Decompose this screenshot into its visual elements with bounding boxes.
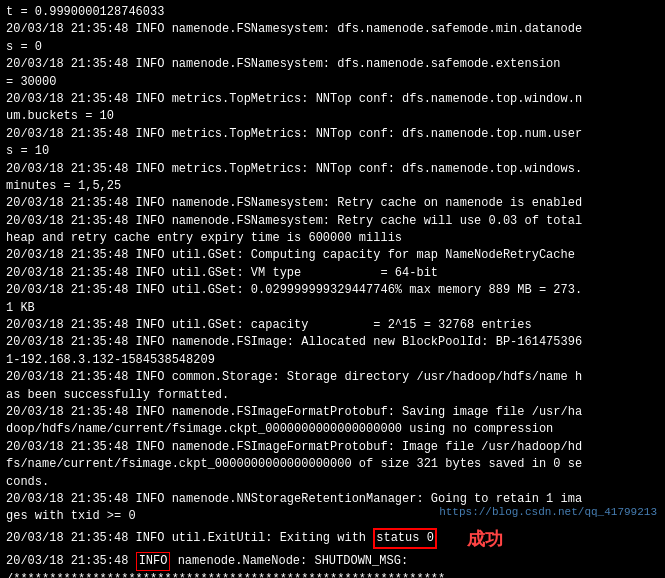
line-12: 20/03/18 21:35:48 INFO util.GSet: capaci… bbox=[6, 317, 659, 334]
line-19: 20/03/18 21:35:48 INFO namenode.NameNode… bbox=[6, 552, 659, 571]
terminal-window: t = 0.9990000128746033 20/03/18 21:35:48… bbox=[0, 0, 665, 578]
line-14: 20/03/18 21:35:48 INFO common.Storage: S… bbox=[6, 369, 659, 404]
line-19-suffix: namenode.NameNode: SHUTDOWN_MSG: bbox=[170, 553, 408, 570]
line-4: 20/03/18 21:35:48 INFO metrics.TopMetric… bbox=[6, 91, 659, 126]
line-8: 20/03/18 21:35:48 INFO namenode.FSNamesy… bbox=[6, 213, 659, 248]
line-11: 20/03/18 21:35:48 INFO util.GSet: 0.0299… bbox=[6, 282, 659, 317]
status-0-highlight: status 0 bbox=[373, 528, 437, 549]
line-20: /***************************************… bbox=[6, 571, 659, 578]
line-3: 20/03/18 21:35:48 INFO namenode.FSNamesy… bbox=[6, 56, 659, 91]
line-13: 20/03/18 21:35:48 INFO namenode.FSImage:… bbox=[6, 334, 659, 369]
line-6: 20/03/18 21:35:48 INFO metrics.TopMetric… bbox=[6, 161, 659, 196]
line-5: 20/03/18 21:35:48 INFO metrics.TopMetric… bbox=[6, 126, 659, 161]
line-15: 20/03/18 21:35:48 INFO namenode.FSImageF… bbox=[6, 404, 659, 439]
info-highlight: INFO bbox=[136, 552, 171, 571]
success-annotation: 成功 bbox=[467, 526, 503, 552]
line-10: 20/03/18 21:35:48 INFO util.GSet: VM typ… bbox=[6, 265, 659, 282]
line-16: 20/03/18 21:35:48 INFO namenode.FSImageF… bbox=[6, 439, 659, 491]
line-1: t = 0.9990000128746033 bbox=[6, 4, 659, 21]
line-18-prefix: 20/03/18 21:35:48 INFO util.ExitUtil: Ex… bbox=[6, 530, 373, 547]
line-19-prefix: 20/03/18 21:35:48 bbox=[6, 553, 136, 570]
line-9: 20/03/18 21:35:48 INFO util.GSet: Comput… bbox=[6, 247, 659, 264]
terminal-output: t = 0.9990000128746033 20/03/18 21:35:48… bbox=[6, 4, 659, 578]
line-7: 20/03/18 21:35:48 INFO namenode.FSNamesy… bbox=[6, 195, 659, 212]
watermark: https://blog.csdn.net/qq_41799213 bbox=[439, 506, 657, 518]
line-2: 20/03/18 21:35:48 INFO namenode.FSNamesy… bbox=[6, 21, 659, 56]
line-18: 20/03/18 21:35:48 INFO util.ExitUtil: Ex… bbox=[6, 526, 659, 552]
